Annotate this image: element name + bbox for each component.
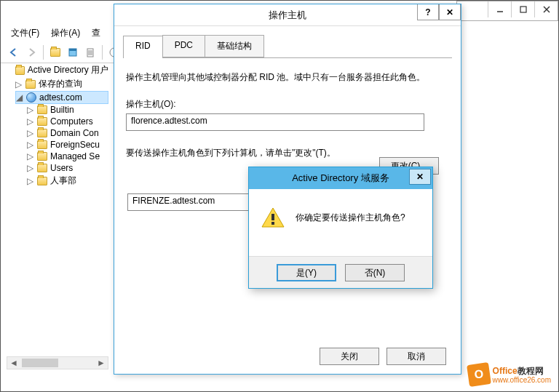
properties-icon[interactable] [66,45,80,60]
tree-domain[interactable]: ◢adtest.com [15,91,108,104]
master-label: 操作主机(O): [126,98,449,111]
close-button[interactable] [534,1,558,17]
tree-item-label: Computers [50,116,93,127]
tree-item[interactable]: ▷Builtin [27,104,108,116]
help-button[interactable]: ? [417,4,439,20]
back-icon[interactable] [7,45,21,60]
dialog-titlebar[interactable]: Active Directory 域服务 ✕ [249,167,432,189]
scroll-left-icon[interactable]: ◄ [7,357,20,369]
dialog-title: 操作主机 [269,9,306,22]
warning-icon [261,207,285,228]
scroll-right-icon[interactable]: ► [95,357,108,369]
folder-icon [37,164,47,172]
tab-strip: RID PDC 基础结构 [123,35,452,58]
yes-button[interactable]: 是(Y) [277,264,336,281]
tree-item-label: Users [50,163,73,173]
svg-rect-5 [69,49,76,51]
tab-rid[interactable]: RID [123,36,163,58]
menubar: 文件(F) 操作(A) 查 [7,24,105,42]
watermark: O Office教程网 www.office26.com [468,364,551,385]
folder-icon [37,177,47,185]
description-text: 操作主机管理向其他域控制器分配 RID 池。域中只有一台服务器担任此角色。 [126,71,449,84]
tab-infrastructure[interactable]: 基础结构 [205,35,264,57]
tree-item[interactable]: ▷人事部 [27,174,108,188]
tree-item[interactable]: ▷Managed Se [27,151,108,162]
dialog-title: Active Directory 域服务 [292,172,389,185]
confirmation-dialog: Active Directory 域服务 ✕ 你确定要传送操作主机角色? 是(Y… [248,167,433,289]
folder-icon [37,129,47,137]
parent-window-controls [456,1,558,21]
operations-master-field: florence.adtest.com [126,113,424,131]
folder-icon [37,140,47,149]
maximize-button[interactable] [511,1,534,17]
tree-item-label: Builtin [50,105,74,115]
folder-icon [37,117,47,126]
tree-root[interactable]: Active Directory 用户 [7,63,108,77]
tree-view[interactable]: Active Directory 用户 ▷保存的查询 ◢adtest.com ▷… [7,63,108,188]
forward-icon[interactable] [24,45,39,60]
dialog-titlebar[interactable]: 操作主机 ? ✕ [114,4,461,26]
tree-item[interactable]: ▷Computers [27,116,108,127]
menu-action[interactable]: 操作(A) [47,24,84,42]
tree-item-label: Managed Se [50,151,100,161]
tab-pdc[interactable]: PDC [162,35,205,57]
cancel-button[interactable]: 取消 [386,348,446,365]
folder-icon [37,105,47,114]
scroll-thumb[interactable] [22,359,58,367]
tree-item[interactable]: ▷ForeignSecu [27,139,108,151]
tree-item-label: ForeignSecu [50,140,100,150]
folder-icon [25,80,36,89]
watermark-url: www.office26.com [493,376,551,384]
tree-item-label: 人事部 [50,175,76,187]
tree-item[interactable]: ▷Domain Con [27,127,108,139]
tree-item-label: Domain Con [50,128,99,138]
domain-icon [26,92,36,103]
console-icon [15,66,24,75]
menu-view[interactable]: 查 [87,24,105,42]
up-icon[interactable] [48,45,63,60]
horizontal-scrollbar[interactable]: ◄ ► [7,356,108,369]
menu-file[interactable]: 文件(F) [7,24,44,42]
delete-icon[interactable] [83,45,98,60]
svg-rect-12 [271,222,274,225]
minimize-button[interactable] [488,1,511,17]
confirmation-message: 你确定要传送操作主机角色? [296,212,405,224]
close-button[interactable]: 关闭 [320,348,379,365]
svg-rect-1 [520,7,526,12]
tree-item-label: adtest.com [39,92,82,103]
svg-rect-11 [271,214,274,220]
tree-item-label: 保存的查询 [39,78,82,90]
no-button[interactable]: 否(N) [345,264,405,281]
close-button[interactable]: ✕ [439,4,461,20]
tree-saved-queries[interactable]: ▷保存的查询 [15,77,108,91]
watermark-icon: O [467,362,491,387]
watermark-line1: Office教程网 [493,365,551,376]
close-button[interactable]: ✕ [409,169,431,185]
folder-icon [37,152,47,161]
tree-item[interactable]: ▷Users [27,162,108,174]
tree-root-label: Active Directory 用户 [28,64,108,76]
